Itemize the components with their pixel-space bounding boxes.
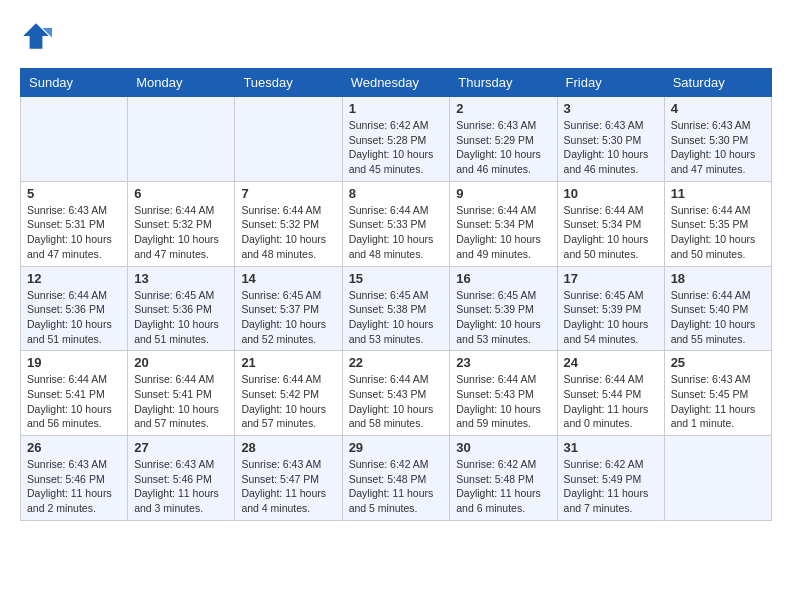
week-row-0: 1Sunrise: 6:42 AM Sunset: 5:28 PM Daylig… <box>21 97 772 182</box>
day-cell: 21Sunrise: 6:44 AM Sunset: 5:42 PM Dayli… <box>235 351 342 436</box>
day-info: Sunrise: 6:45 AM Sunset: 5:39 PM Dayligh… <box>564 288 658 347</box>
day-cell: 31Sunrise: 6:42 AM Sunset: 5:49 PM Dayli… <box>557 436 664 521</box>
day-cell: 28Sunrise: 6:43 AM Sunset: 5:47 PM Dayli… <box>235 436 342 521</box>
day-cell: 23Sunrise: 6:44 AM Sunset: 5:43 PM Dayli… <box>450 351 557 436</box>
day-info: Sunrise: 6:44 AM Sunset: 5:32 PM Dayligh… <box>134 203 228 262</box>
header-cell-saturday: Saturday <box>664 69 771 97</box>
day-cell <box>21 97 128 182</box>
calendar-table: SundayMondayTuesdayWednesdayThursdayFrid… <box>20 68 772 521</box>
header-cell-monday: Monday <box>128 69 235 97</box>
day-cell <box>664 436 771 521</box>
day-cell: 1Sunrise: 6:42 AM Sunset: 5:28 PM Daylig… <box>342 97 450 182</box>
day-number: 16 <box>456 271 550 286</box>
day-number: 26 <box>27 440 121 455</box>
day-cell: 11Sunrise: 6:44 AM Sunset: 5:35 PM Dayli… <box>664 181 771 266</box>
header-cell-thursday: Thursday <box>450 69 557 97</box>
svg-marker-0 <box>23 23 49 49</box>
day-info: Sunrise: 6:43 AM Sunset: 5:46 PM Dayligh… <box>27 457 121 516</box>
day-number: 20 <box>134 355 228 370</box>
day-info: Sunrise: 6:43 AM Sunset: 5:45 PM Dayligh… <box>671 372 765 431</box>
page-header <box>20 20 772 52</box>
day-cell: 5Sunrise: 6:43 AM Sunset: 5:31 PM Daylig… <box>21 181 128 266</box>
day-info: Sunrise: 6:43 AM Sunset: 5:30 PM Dayligh… <box>564 118 658 177</box>
logo-icon <box>20 20 52 52</box>
day-cell: 2Sunrise: 6:43 AM Sunset: 5:29 PM Daylig… <box>450 97 557 182</box>
day-number: 9 <box>456 186 550 201</box>
day-cell: 13Sunrise: 6:45 AM Sunset: 5:36 PM Dayli… <box>128 266 235 351</box>
day-info: Sunrise: 6:44 AM Sunset: 5:32 PM Dayligh… <box>241 203 335 262</box>
day-info: Sunrise: 6:44 AM Sunset: 5:44 PM Dayligh… <box>564 372 658 431</box>
header-cell-tuesday: Tuesday <box>235 69 342 97</box>
day-cell <box>128 97 235 182</box>
day-info: Sunrise: 6:44 AM Sunset: 5:34 PM Dayligh… <box>456 203 550 262</box>
logo <box>20 20 56 52</box>
header-cell-wednesday: Wednesday <box>342 69 450 97</box>
day-number: 1 <box>349 101 444 116</box>
day-info: Sunrise: 6:44 AM Sunset: 5:33 PM Dayligh… <box>349 203 444 262</box>
day-cell: 20Sunrise: 6:44 AM Sunset: 5:41 PM Dayli… <box>128 351 235 436</box>
day-info: Sunrise: 6:43 AM Sunset: 5:46 PM Dayligh… <box>134 457 228 516</box>
day-info: Sunrise: 6:42 AM Sunset: 5:48 PM Dayligh… <box>456 457 550 516</box>
day-number: 11 <box>671 186 765 201</box>
day-number: 24 <box>564 355 658 370</box>
day-cell: 12Sunrise: 6:44 AM Sunset: 5:36 PM Dayli… <box>21 266 128 351</box>
day-number: 2 <box>456 101 550 116</box>
day-cell <box>235 97 342 182</box>
day-number: 15 <box>349 271 444 286</box>
day-number: 4 <box>671 101 765 116</box>
day-number: 12 <box>27 271 121 286</box>
week-row-3: 19Sunrise: 6:44 AM Sunset: 5:41 PM Dayli… <box>21 351 772 436</box>
day-cell: 24Sunrise: 6:44 AM Sunset: 5:44 PM Dayli… <box>557 351 664 436</box>
day-info: Sunrise: 6:43 AM Sunset: 5:47 PM Dayligh… <box>241 457 335 516</box>
day-cell: 22Sunrise: 6:44 AM Sunset: 5:43 PM Dayli… <box>342 351 450 436</box>
day-number: 30 <box>456 440 550 455</box>
day-cell: 26Sunrise: 6:43 AM Sunset: 5:46 PM Dayli… <box>21 436 128 521</box>
day-number: 31 <box>564 440 658 455</box>
day-info: Sunrise: 6:45 AM Sunset: 5:39 PM Dayligh… <box>456 288 550 347</box>
day-cell: 8Sunrise: 6:44 AM Sunset: 5:33 PM Daylig… <box>342 181 450 266</box>
day-info: Sunrise: 6:44 AM Sunset: 5:36 PM Dayligh… <box>27 288 121 347</box>
day-number: 13 <box>134 271 228 286</box>
day-number: 6 <box>134 186 228 201</box>
header-cell-sunday: Sunday <box>21 69 128 97</box>
day-cell: 29Sunrise: 6:42 AM Sunset: 5:48 PM Dayli… <box>342 436 450 521</box>
week-row-4: 26Sunrise: 6:43 AM Sunset: 5:46 PM Dayli… <box>21 436 772 521</box>
day-cell: 14Sunrise: 6:45 AM Sunset: 5:37 PM Dayli… <box>235 266 342 351</box>
day-number: 21 <box>241 355 335 370</box>
day-number: 5 <box>27 186 121 201</box>
day-info: Sunrise: 6:45 AM Sunset: 5:37 PM Dayligh… <box>241 288 335 347</box>
day-number: 19 <box>27 355 121 370</box>
day-info: Sunrise: 6:45 AM Sunset: 5:38 PM Dayligh… <box>349 288 444 347</box>
header-cell-friday: Friday <box>557 69 664 97</box>
day-info: Sunrise: 6:44 AM Sunset: 5:43 PM Dayligh… <box>456 372 550 431</box>
day-number: 23 <box>456 355 550 370</box>
day-cell: 9Sunrise: 6:44 AM Sunset: 5:34 PM Daylig… <box>450 181 557 266</box>
day-cell: 3Sunrise: 6:43 AM Sunset: 5:30 PM Daylig… <box>557 97 664 182</box>
day-number: 28 <box>241 440 335 455</box>
day-cell: 15Sunrise: 6:45 AM Sunset: 5:38 PM Dayli… <box>342 266 450 351</box>
day-info: Sunrise: 6:43 AM Sunset: 5:30 PM Dayligh… <box>671 118 765 177</box>
day-number: 25 <box>671 355 765 370</box>
day-cell: 17Sunrise: 6:45 AM Sunset: 5:39 PM Dayli… <box>557 266 664 351</box>
day-cell: 30Sunrise: 6:42 AM Sunset: 5:48 PM Dayli… <box>450 436 557 521</box>
week-row-1: 5Sunrise: 6:43 AM Sunset: 5:31 PM Daylig… <box>21 181 772 266</box>
day-info: Sunrise: 6:43 AM Sunset: 5:31 PM Dayligh… <box>27 203 121 262</box>
day-cell: 10Sunrise: 6:44 AM Sunset: 5:34 PM Dayli… <box>557 181 664 266</box>
day-number: 3 <box>564 101 658 116</box>
day-cell: 7Sunrise: 6:44 AM Sunset: 5:32 PM Daylig… <box>235 181 342 266</box>
day-number: 22 <box>349 355 444 370</box>
day-info: Sunrise: 6:44 AM Sunset: 5:41 PM Dayligh… <box>134 372 228 431</box>
day-cell: 27Sunrise: 6:43 AM Sunset: 5:46 PM Dayli… <box>128 436 235 521</box>
day-number: 14 <box>241 271 335 286</box>
day-info: Sunrise: 6:42 AM Sunset: 5:28 PM Dayligh… <box>349 118 444 177</box>
day-cell: 16Sunrise: 6:45 AM Sunset: 5:39 PM Dayli… <box>450 266 557 351</box>
day-number: 18 <box>671 271 765 286</box>
day-cell: 6Sunrise: 6:44 AM Sunset: 5:32 PM Daylig… <box>128 181 235 266</box>
week-row-2: 12Sunrise: 6:44 AM Sunset: 5:36 PM Dayli… <box>21 266 772 351</box>
day-info: Sunrise: 6:44 AM Sunset: 5:43 PM Dayligh… <box>349 372 444 431</box>
day-number: 29 <box>349 440 444 455</box>
day-info: Sunrise: 6:44 AM Sunset: 5:40 PM Dayligh… <box>671 288 765 347</box>
day-number: 10 <box>564 186 658 201</box>
day-info: Sunrise: 6:42 AM Sunset: 5:49 PM Dayligh… <box>564 457 658 516</box>
day-info: Sunrise: 6:44 AM Sunset: 5:41 PM Dayligh… <box>27 372 121 431</box>
